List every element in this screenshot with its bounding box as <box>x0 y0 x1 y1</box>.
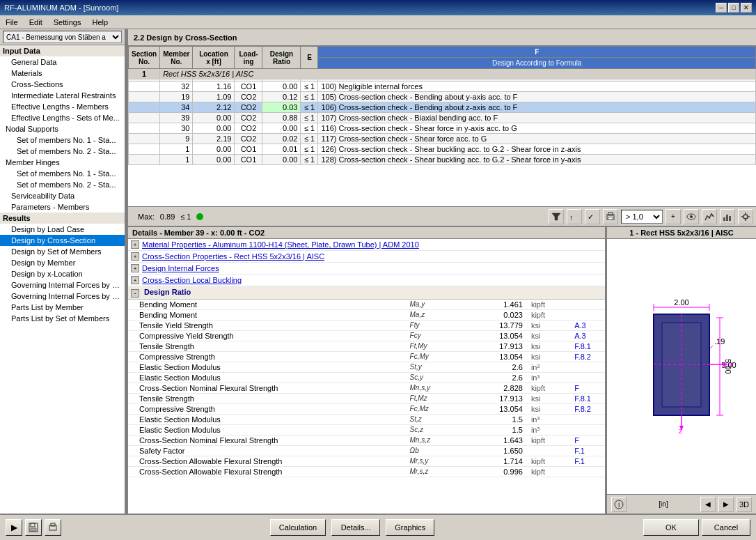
detail-table-row[interactable]: Tensile Strength Ft,My 17.913 ksi F.8.1 <box>128 341 605 351</box>
chart-button[interactable] <box>720 209 735 224</box>
sidebar-result-parts-member[interactable]: Parts List by Member <box>0 302 125 313</box>
details-tree-item-material[interactable]: + Material Properties - Aluminum 1100-H1… <box>128 239 605 251</box>
calculation-button[interactable]: Calculation <box>270 519 326 536</box>
sidebar-item-eff-lengths-sets[interactable]: Effective Lengths - Sets of Me... <box>0 112 125 123</box>
details-button[interactable]: Details... <box>331 519 380 536</box>
detail-table-row[interactable]: Tensile Strength Ft,Mz 17.913 ksi F.8.1 <box>128 393 605 403</box>
detail-table-row[interactable]: Elastic Section Modulus Sc,z 1.5 in³ <box>128 424 605 435</box>
details-content[interactable]: + Material Properties - Aluminum 1100-H1… <box>128 239 605 514</box>
design-ratio-section: Bending Moment Ma,y 1.461 kipft Bending … <box>128 300 605 477</box>
sidebar-item-cross-sections[interactable]: Cross-Sections <box>0 79 125 90</box>
sidebar-result-set-members[interactable]: Design by Set of Members <box>0 246 125 257</box>
graphics-button[interactable]: Graphics <box>386 519 434 536</box>
details-tree-item-cross-section[interactable]: + Cross-Section Properties - Rect HSS 5x… <box>128 251 605 263</box>
table-row[interactable]: 30 0.00 CO2 0.00 ≤ 1 116) Cross-section … <box>129 123 756 134</box>
sidebar-item-eff-lengths-members[interactable]: Effective Lengths - Members <box>0 101 125 112</box>
sidebar-item-nodal-set2[interactable]: Set of members No. 2 - Sta... <box>0 146 125 157</box>
detail-row-ref <box>570 466 605 477</box>
detail-table-row[interactable]: Safety Factor Ωb 1.650 F.1 <box>128 445 605 456</box>
details-tree-item-local-buckling[interactable]: + Cross-Section Local Buckling <box>128 275 605 286</box>
menu-file[interactable]: File <box>3 17 21 27</box>
details-tree-item-design-ratio[interactable]: - Design Ratio <box>128 286 605 300</box>
zoom-select[interactable]: > 1,0 <box>621 210 663 224</box>
play-button[interactable]: ▶ <box>6 519 22 536</box>
detail-table-row[interactable]: Cross-Section Nominal Flexural Strength … <box>128 435 605 445</box>
cs-title: 1 - Rect HSS 5x2x3/16 | AISC <box>607 227 756 239</box>
detail-table-row[interactable]: Bending Moment Ma,y 1.461 kipft <box>128 300 605 310</box>
expand-icon[interactable]: + <box>131 240 139 249</box>
check-button[interactable]: ✓ <box>585 209 600 224</box>
cs-info-button[interactable]: i <box>611 497 627 512</box>
minimize-button[interactable]: ─ <box>716 3 727 13</box>
table-row[interactable]: 39 0.00 CO2 0.88 ≤ 1 107) Cross-section … <box>129 113 756 123</box>
table-row[interactable]: 1 0.00 CO1 0.01 ≤ 1 126) Cross-section c… <box>129 144 756 155</box>
detail-row-value: 1.650 <box>475 445 527 456</box>
sidebar-item-hinge-set1[interactable]: Set of members No. 1 - Sta... <box>0 168 125 179</box>
table-row[interactable]: 32 1.16 CO1 0.00 ≤ 1 100) Negligible int… <box>129 82 756 92</box>
details-tree-item-internal-forces[interactable]: + Design Internal Forces <box>128 263 605 275</box>
settings-button[interactable] <box>738 209 753 224</box>
formula-cell: 128) Cross-section check - Shear bucklin… <box>318 155 756 165</box>
detail-row-symbol: Mr,s,z <box>406 466 475 477</box>
sidebar-item-serviceability[interactable]: Serviceability Data <box>0 190 125 201</box>
ok-button[interactable]: OK <box>643 519 699 536</box>
table-row-selected[interactable]: 34 2.12 CO2 0.03 ≤ 1 106) Cross-section … <box>129 102 756 113</box>
cancel-button[interactable]: Cancel <box>702 519 750 536</box>
detail-row-symbol: Sc,y <box>406 372 475 383</box>
expand-icon[interactable]: - <box>131 289 139 298</box>
table-row[interactable]: 19 1.09 CO2 0.12 ≤ 1 105) Cross-section … <box>129 92 756 102</box>
expand-icon[interactable]: + <box>131 252 139 261</box>
print-button[interactable] <box>603 209 618 224</box>
detail-table-row[interactable]: Elastic Section Modulus Sc,y 2.6 in³ <box>128 372 605 383</box>
table-row[interactable]: 9 2.19 CO2 0.02 ≤ 1 117) Cross-section c… <box>129 134 756 144</box>
sidebar-item-general-data[interactable]: General Data <box>0 56 125 68</box>
close-button[interactable]: ✕ <box>741 3 752 13</box>
sidebar: CA1 - Bemessung von Stäben a Input Data … <box>0 29 125 514</box>
filter-button[interactable] <box>549 209 564 224</box>
leq-cell: ≤ 1 <box>301 102 318 113</box>
sidebar-result-parts-set[interactable]: Parts List by Set of Members <box>0 313 125 324</box>
detail-table-row[interactable]: Compressive Yield Strength Fcy 13.054 ks… <box>128 330 605 341</box>
sidebar-item-parameters[interactable]: Parameters - Members <box>0 201 125 213</box>
maximize-button[interactable]: □ <box>728 3 739 13</box>
sidebar-result-gov-forces-member[interactable]: Governing Internal Forces by M... <box>0 279 125 291</box>
sidebar-item-materials[interactable]: Materials <box>0 68 125 79</box>
cs-back-button[interactable]: ◀ <box>700 497 716 512</box>
detail-table-row[interactable]: Tensile Yield Strength Fty 13.779 ksi A.… <box>128 320 605 330</box>
detail-table-row[interactable]: Bending Moment Ma,z 0.023 kipft <box>128 309 605 320</box>
detail-row-value: 13.054 <box>475 330 527 341</box>
zoom-in-button[interactable]: + <box>666 209 681 224</box>
save-button[interactable] <box>25 519 42 536</box>
sidebar-result-cross-section[interactable]: Design by Cross-Section <box>0 235 125 246</box>
print-button-bottom[interactable] <box>45 519 61 536</box>
detail-row-symbol: Fty <box>406 320 475 330</box>
sidebar-result-load-case[interactable]: Design by Load Case <box>0 224 125 235</box>
sidebar-item-hinge-set2[interactable]: Set of members No. 2 - Sta... <box>0 179 125 190</box>
cs-3d-button[interactable]: 3D <box>737 497 752 512</box>
sidebar-item-nodal-set1[interactable]: Set of members No. 1 - Sta... <box>0 134 125 146</box>
detail-table-row[interactable]: Elastic Section Modulus St,y 2.6 in³ <box>128 362 605 372</box>
expand-icon[interactable]: + <box>131 264 139 272</box>
leq-cell: ≤ 1 <box>301 134 318 144</box>
sort-asc-button[interactable]: ↑ <box>567 209 582 224</box>
menu-edit[interactable]: Edit <box>26 17 45 27</box>
detail-table-row[interactable]: Cross-Section Allowable Flexural Strengt… <box>128 466 605 477</box>
sidebar-result-member[interactable]: Design by Member <box>0 257 125 268</box>
table-row[interactable]: 1 0.00 CO1 0.00 ≤ 1 128) Cross-section c… <box>129 155 756 165</box>
detail-table-row[interactable]: Compressive Strength Fc,My 13.054 ksi F.… <box>128 351 605 362</box>
detail-table-row[interactable]: Cross-Section Allowable Flexural Strengt… <box>128 456 605 466</box>
sidebar-result-x-location[interactable]: Design by x-Location <box>0 268 125 279</box>
detail-table-row[interactable]: Compressive Strength Fc,Mz 13.054 ksi F.… <box>128 403 605 414</box>
main-table-container[interactable]: SectionNo. MemberNo. Locationx [ft] Load… <box>128 46 756 206</box>
case-selector[interactable]: CA1 - Bemessung von Stäben a <box>3 31 122 43</box>
menu-help[interactable]: Help <box>89 17 111 27</box>
sidebar-result-gov-forces-set[interactable]: Governing Internal Forces by S... <box>0 291 125 302</box>
detail-table-row[interactable]: Elastic Section Modulus St,z 1.5 in³ <box>128 414 605 424</box>
sidebar-item-lateral-restraints[interactable]: Intermediate Lateral Restraints <box>0 90 125 101</box>
eye-button[interactable] <box>684 209 699 224</box>
detail-table-row[interactable]: Cross-Section Nominal Flexural Strength … <box>128 383 605 393</box>
cs-forward-button[interactable]: ▶ <box>718 497 734 512</box>
expand-icon[interactable]: + <box>131 276 139 284</box>
graph-button[interactable] <box>702 209 717 224</box>
menu-settings[interactable]: Settings <box>51 17 84 27</box>
